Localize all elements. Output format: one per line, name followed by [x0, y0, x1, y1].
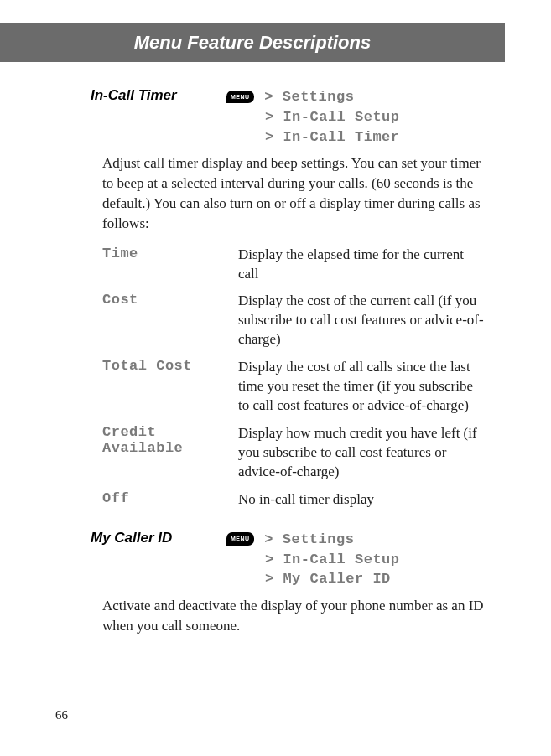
- path-segment: In-Call Setup: [283, 109, 399, 125]
- chevron-icon: >: [265, 129, 274, 145]
- menu-path: MENU > Settings > In-Call Setup > My Cal…: [226, 530, 400, 589]
- menu-icon: MENU: [226, 532, 254, 546]
- path-segment: In-Call Setup: [283, 551, 399, 567]
- chevron-icon: >: [265, 109, 274, 125]
- feature-description: Activate and deactivate the display of y…: [102, 596, 484, 636]
- path-segment: My Caller ID: [283, 571, 390, 587]
- option-name: Off: [102, 490, 238, 510]
- page-content: In-Call Timer MENU > Settings > In-Call …: [0, 62, 551, 636]
- option-row: Cost Display the cost of the current cal…: [102, 292, 484, 350]
- page-number: 66: [55, 708, 68, 722]
- chevron-icon: >: [264, 531, 273, 547]
- option-row: Total Cost Display the cost of all calls…: [102, 358, 484, 416]
- feature-heading: My Caller ID MENU > Settings > In-Call S…: [91, 530, 484, 589]
- menu-icon: MENU: [226, 91, 254, 104]
- chevron-icon: >: [265, 571, 274, 587]
- option-desc: No in-call timer display: [238, 490, 374, 510]
- option-row: Credit Available Display how much credit…: [102, 424, 484, 482]
- page-header: Menu Feature Descriptions: [0, 23, 505, 62]
- feature-description: Adjust call timer display and beep setti…: [102, 153, 484, 233]
- option-desc: Display the elapsed time for the current…: [238, 246, 484, 284]
- option-desc: Display the cost of the current call (if…: [238, 292, 484, 350]
- feature-heading: In-Call Timer MENU > Settings > In-Call …: [91, 87, 484, 147]
- option-name: Total Cost: [102, 358, 238, 416]
- path-segment: In-Call Timer: [283, 129, 399, 145]
- option-desc: Display the cost of all calls since the …: [238, 358, 484, 416]
- chevron-icon: >: [265, 551, 274, 567]
- path-segment: Settings: [283, 89, 355, 105]
- menu-path: MENU > Settings > In-Call Setup > In-Cal…: [226, 87, 400, 147]
- option-row: Off No in-call timer display: [102, 490, 484, 510]
- option-row: Time Display the elapsed time for the cu…: [102, 246, 484, 284]
- chevron-icon: >: [264, 89, 273, 105]
- option-name: Credit Available: [102, 424, 238, 482]
- feature-name: In-Call Timer: [91, 87, 226, 147]
- header-title: Menu Feature Descriptions: [134, 32, 371, 53]
- option-name: Cost: [102, 292, 238, 350]
- path-segment: Settings: [283, 531, 355, 547]
- option-desc: Display how much credit you have left (i…: [238, 424, 484, 482]
- feature-name: My Caller ID: [91, 530, 226, 589]
- option-name: Time: [102, 246, 238, 284]
